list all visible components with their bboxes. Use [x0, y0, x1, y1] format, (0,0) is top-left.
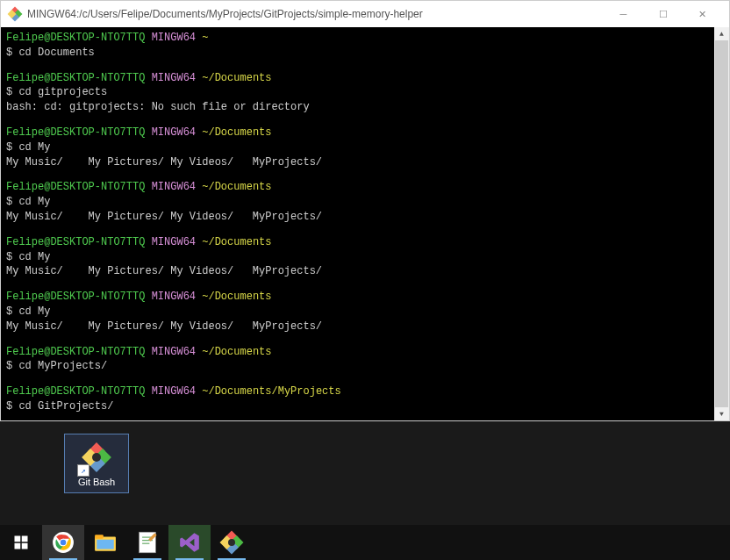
scrollbar[interactable]: ▲ ▼	[714, 27, 729, 420]
taskbar	[0, 525, 730, 560]
command-line: $ cd gitprojects	[6, 85, 724, 100]
output-line: My Music/ My Pictures/ My Videos/ MyProj…	[6, 264, 724, 279]
terminal-body[interactable]: Felipe@DESKTOP-NTO7TTQ MINGW64 ~$ cd Doc…	[1, 27, 729, 420]
scroll-up-icon[interactable]: ▲	[715, 27, 728, 40]
taskbar-chrome[interactable]	[42, 525, 84, 560]
command-line: $ cd My	[6, 140, 724, 155]
output-line: My Music/ My Pictures/ My Videos/ MyProj…	[6, 155, 724, 170]
svg-rect-8	[95, 535, 104, 538]
svg-rect-0	[15, 536, 21, 542]
visualstudio-icon	[178, 531, 201, 554]
command-line: $ cd Documents	[6, 46, 724, 61]
command-line: $ cd My	[6, 250, 724, 265]
prompt-line: Felipe@DESKTOP-NTO7TTQ MINGW64 ~	[6, 31, 724, 46]
folder-icon	[94, 533, 117, 552]
titlebar[interactable]: MINGW64:/c/Users/Felipe/Documents/MyProj…	[1, 1, 729, 27]
output-line: bash: cd: gitprojects: No such file or d…	[6, 100, 724, 115]
notepad-icon	[137, 531, 158, 554]
output-line: My Music/ My Pictures/ My Videos/ MyProj…	[6, 319, 724, 334]
gitbash-desktop-shortcut[interactable]: ↗ Git Bash	[64, 434, 129, 493]
scroll-down-icon[interactable]: ▼	[715, 407, 728, 420]
prompt-line: Felipe@DESKTOP-NTO7TTQ MINGW64 ~/Documen…	[6, 71, 724, 86]
prompt-line: Felipe@DESKTOP-NTO7TTQ MINGW64 ~/Documen…	[6, 180, 724, 195]
command-line: $ cd GitProjects/	[6, 399, 724, 414]
command-line: $ cd MyProjects/	[6, 359, 724, 374]
chrome-icon	[52, 531, 75, 554]
svg-rect-1	[22, 536, 28, 542]
gitbash-label: Git Bash	[78, 477, 115, 487]
taskbar-notepad[interactable]	[126, 525, 168, 560]
prompt-line: Felipe@DESKTOP-NTO7TTQ MINGW64 ~/Documen…	[6, 384, 724, 399]
gitbash-icon: ↗	[79, 440, 114, 475]
taskbar-gitbash[interactable]	[211, 525, 253, 560]
svg-rect-2	[15, 543, 21, 549]
command-line: $ cd My	[6, 305, 724, 319]
prompt-line: Felipe@DESKTOP-NTO7TTQ MINGW64 ~/Documen…	[6, 235, 724, 250]
prompt-line: Felipe@DESKTOP-NTO7TTQ MINGW64 ~/Documen…	[6, 126, 724, 140]
taskbar-visualstudio[interactable]	[168, 525, 211, 560]
windows-icon	[13, 535, 29, 550]
scrollbar-thumb[interactable]	[715, 40, 728, 407]
command-line: $ cd My	[6, 195, 724, 210]
output-line: My Music/ My Pictures/ My Videos/ MyProj…	[6, 210, 724, 225]
gitbash-icon	[220, 531, 243, 554]
prompt-line: Felipe@DESKTOP-NTO7TTQ MINGW64 ~/Documen…	[6, 345, 724, 360]
maximize-button[interactable]: ☐	[643, 1, 683, 27]
svg-rect-9	[97, 540, 114, 549]
window-title: MINGW64:/c/Users/Felipe/Documents/MyProj…	[27, 8, 604, 20]
window-controls: ─ ☐ ✕	[604, 1, 722, 27]
taskbar-explorer[interactable]	[84, 525, 126, 560]
start-button[interactable]	[0, 525, 42, 560]
prompt-line: Felipe@DESKTOP-NTO7TTQ MINGW64 ~/Documen…	[6, 290, 724, 305]
terminal-window: MINGW64:/c/Users/Felipe/Documents/MyProj…	[0, 0, 730, 421]
shortcut-arrow-icon: ↗	[77, 464, 89, 477]
svg-rect-3	[22, 543, 28, 549]
window-icon	[8, 7, 22, 21]
close-button[interactable]: ✕	[683, 1, 722, 27]
minimize-button[interactable]: ─	[604, 1, 643, 27]
